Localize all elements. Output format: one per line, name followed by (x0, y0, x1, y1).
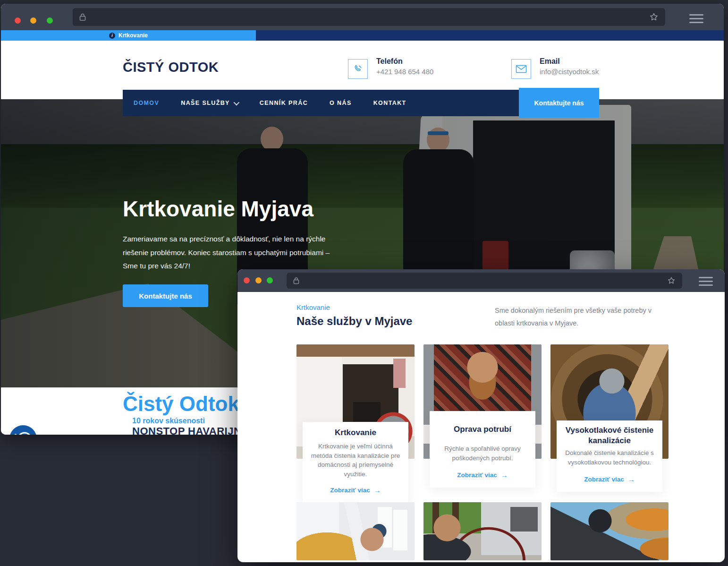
address-bar[interactable] (73, 8, 665, 26)
bookmark-star-icon[interactable] (649, 12, 659, 22)
services-cards-row: Krtkovanie Krtkovanie je veľmi účinná me… (296, 344, 669, 500)
info-icon: i (109, 33, 115, 39)
lock-icon (79, 13, 86, 21)
email-address[interactable]: info@cistyodtok.sk (540, 68, 599, 76)
arrow-right-icon: → (501, 471, 508, 479)
about-title: Čistý Odtok (123, 392, 239, 416)
phone-number[interactable]: +421 948 654 480 (376, 68, 433, 76)
tab-krtkovanie[interactable]: i Krtkovanie (1, 30, 256, 41)
nav-item-kontakt[interactable]: KONTAKT (363, 100, 417, 106)
close-window-button[interactable] (244, 277, 250, 283)
main-navigation: DOMOV NAŠE SLUŽBY CENNÍK PRÁC O NÁS KONT… (123, 90, 519, 116)
arrow-right-icon: → (374, 486, 381, 494)
service-card-krtkovanie: Krtkovanie Krtkovanie je veľmi účinná me… (296, 344, 415, 500)
back-window-titlebar (1, 4, 724, 30)
bookmark-star-icon[interactable] (667, 276, 676, 285)
service-card-oprava-potrubi: Oprava potrubí Rýchle a spoľahlivé oprav… (423, 344, 542, 500)
nav-label: CENNÍK PRÁC (260, 100, 308, 106)
address-bar[interactable] (287, 273, 682, 289)
link-label: Zobraziť viac (457, 472, 497, 479)
about-highlight: NONSTOP HAVARIJNA (132, 425, 249, 435)
card-title: Vysokotlakové čistenie kanalizácie (563, 425, 656, 446)
page-title: Naše služby v Myjave (296, 315, 412, 328)
nav-label: NAŠE SLUŽBY (181, 100, 230, 106)
hero-description: Zameriavame sa na precíznosť a dôkladnos… (123, 232, 340, 273)
chevron-down-icon (233, 99, 239, 105)
site-logo[interactable]: ČISTÝ ODTOK (123, 60, 219, 75)
hero-title: Krtkovanie Myjava (123, 196, 368, 222)
arrow-right-icon: → (628, 475, 635, 483)
gallery-image-technician-with-cable (423, 502, 542, 560)
menu-icon[interactable] (699, 277, 713, 286)
front-browser-window: Krtkovanie Naše služby v Myjave Sme doko… (237, 269, 725, 562)
24-7-badge-icon (9, 425, 37, 435)
gallery-image-plumber-under-sink (296, 502, 415, 560)
card-title: Oprava potrubí (436, 424, 529, 435)
nav-label: KONTAKT (373, 100, 406, 106)
card-title: Krtkovanie (309, 428, 402, 438)
card-description: Krtkovanie je veľmi účinná metóda čisten… (309, 442, 402, 479)
about-subtitle: 10 rokov skúsenosti (132, 417, 205, 425)
nav-label: O NÁS (330, 100, 352, 106)
lock-icon (293, 277, 299, 284)
card-text-panel: Oprava potrubí Rýchle a spoľahlivé oprav… (430, 411, 535, 488)
phone-icon (348, 59, 368, 79)
breadcrumb[interactable]: Krtkovanie (296, 303, 330, 311)
nav-item-nase-sluzby[interactable]: NAŠE SLUŽBY (170, 100, 249, 106)
link-label: Zobraziť viac (584, 476, 624, 483)
gallery-image-roof-autumn (550, 502, 669, 560)
email-label: Email (540, 57, 560, 66)
show-more-link[interactable]: Zobraziť viac→ (457, 471, 508, 479)
section-intro-text: Sme dokonalým riešením pre všetky vaše p… (495, 304, 670, 330)
tab-bar: i Krtkovanie (1, 30, 724, 41)
nav-label: DOMOV (134, 100, 159, 106)
hero-contact-button[interactable]: Kontaktujte nás (123, 284, 208, 307)
card-description: Dokonalé čistenie kanalizácie s vysokotl… (563, 448, 656, 467)
menu-icon[interactable] (689, 14, 703, 23)
close-window-button[interactable] (15, 17, 21, 24)
show-more-link[interactable]: Zobraziť viac→ (330, 486, 381, 494)
gallery-images-row (296, 502, 669, 560)
envelope-icon (511, 59, 531, 79)
minimize-window-button[interactable] (30, 17, 36, 24)
front-window-titlebar (237, 269, 725, 292)
card-text-panel: Krtkovanie Krtkovanie je veľmi účinná me… (303, 422, 408, 503)
nav-item-domov[interactable]: DOMOV (123, 100, 170, 106)
desktop-background: i Krtkovanie ČISTÝ ODTOK Telefón +421 94… (0, 0, 728, 566)
header-contact-button[interactable]: Kontaktujte nás (519, 88, 599, 118)
nav-item-cennik-prac[interactable]: CENNÍK PRÁC (249, 100, 319, 106)
show-more-link[interactable]: Zobraziť viac→ (584, 475, 635, 483)
tab-bar-filler (256, 30, 724, 41)
service-card-vysokotlakove-cistenie: Vysokotlakové čistenie kanalizácie Dokon… (550, 344, 669, 500)
nav-item-o-nas[interactable]: O NÁS (319, 100, 363, 106)
card-text-panel: Vysokotlakové čistenie kanalizácie Dokon… (557, 420, 662, 492)
tab-label: Krtkovanie (119, 32, 148, 39)
link-label: Zobraziť viac (330, 487, 370, 494)
phone-label: Telefón (376, 57, 403, 66)
minimize-window-button[interactable] (255, 277, 262, 283)
maximize-window-button[interactable] (267, 277, 273, 283)
card-description: Rýchle a spoľahlivé opravy poškodených p… (436, 444, 529, 463)
maximize-window-button[interactable] (47, 17, 53, 24)
